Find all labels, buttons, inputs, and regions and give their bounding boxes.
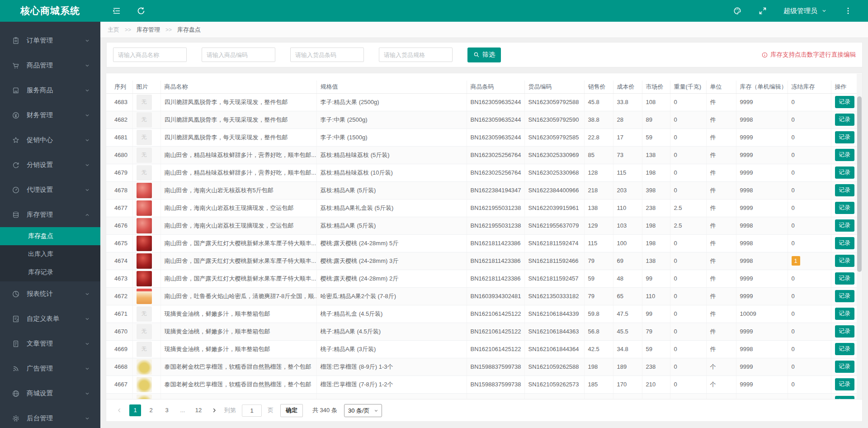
frozen-stock-value[interactable]: 0 (792, 275, 795, 282)
record-button[interactable]: 记录 (835, 184, 854, 196)
record-button[interactable]: 记录 (835, 272, 854, 285)
table-row: 4673南山田舍，国产露天红灯大樱桃新鲜水果车厘子特大顺丰...樱桃:露天樱桃 … (106, 270, 858, 287)
sidebar-item-ads[interactable]: 广告管理 (0, 356, 100, 381)
record-button[interactable]: 记录 (835, 149, 854, 161)
record-button[interactable]: 记录 (835, 166, 854, 179)
stock-cell: 10009 (736, 305, 788, 323)
barcode-cell: BN1623059635244 (467, 128, 524, 146)
record-button[interactable]: 记录 (835, 290, 854, 302)
refresh-icon[interactable] (137, 6, 146, 15)
confirm-page-button[interactable]: 确定 (280, 404, 303, 417)
product-name-input[interactable] (113, 48, 187, 62)
frozen-stock-value[interactable]: 0 (792, 152, 795, 158)
frozen-stock-value[interactable]: 0 (792, 293, 795, 300)
stock-editable-value[interactable]: 9999 (740, 328, 753, 335)
stock-editable-value[interactable]: 9998 (740, 116, 753, 123)
stock-editable-value[interactable]: 9999 (740, 363, 753, 370)
stock-editable-value[interactable]: 9999 (740, 293, 753, 300)
sidebar-item-orders[interactable]: 订单管理 (0, 28, 100, 53)
record-button[interactable]: 记录 (835, 343, 854, 355)
sidebar-item-promotion[interactable]: 促销中心 (0, 128, 100, 152)
record-button[interactable]: 记录 (835, 396, 854, 399)
record-button[interactable]: 记录 (835, 219, 854, 232)
record-button[interactable]: 记录 (835, 96, 854, 108)
stock-editable-value[interactable]: 9999 (740, 169, 753, 176)
record-button[interactable]: 记录 (835, 308, 854, 320)
item-barcode-input[interactable] (290, 48, 364, 62)
record-button[interactable]: 记录 (835, 114, 854, 126)
frozen-stock-value[interactable]: 0 (792, 328, 795, 335)
page-size-select[interactable]: 30 条/页 (344, 404, 382, 417)
user-menu[interactable]: 超级管理员 (783, 7, 827, 15)
stock-editable-value[interactable]: 9998 (740, 346, 753, 352)
page-button-1[interactable]: 1 (129, 404, 141, 416)
frozen-stock-value[interactable]: 0 (792, 99, 795, 105)
record-button[interactable]: 记录 (835, 325, 854, 338)
record-button[interactable]: 记录 (835, 131, 854, 143)
more-options-icon[interactable] (844, 6, 853, 15)
sidebar-item-reports[interactable]: 报表统计 (0, 281, 100, 306)
record-button[interactable]: 记录 (835, 255, 854, 267)
sidebar-subitem-in-out[interactable]: 出库入库 (0, 245, 100, 263)
theme-palette-icon[interactable] (733, 6, 742, 15)
fullscreen-icon[interactable] (758, 6, 767, 15)
sidebar-subitem-stock-check[interactable]: 库存盘点 (0, 227, 100, 245)
sidebar-item-mall-settings[interactable]: 商城设置 (0, 381, 100, 406)
frozen-stock-value[interactable]: 0 (792, 346, 795, 352)
scrollbar-thumb[interactable] (857, 96, 862, 272)
sale-cell: 59 (584, 270, 613, 287)
filter-button[interactable]: 筛选 (467, 48, 501, 62)
goto-page-input[interactable] (242, 404, 262, 417)
sidebar-item-goods[interactable]: 商品管理 (0, 53, 100, 78)
sidebar-item-custom-forms[interactable]: 自定义表单 (0, 306, 100, 331)
breadcrumb-section[interactable]: 库存管理 (137, 26, 160, 34)
frozen-stock-value[interactable]: 0 (792, 134, 795, 141)
stock-editable-value[interactable]: 9999 (740, 275, 753, 282)
page-button-2[interactable]: 2 (145, 404, 157, 416)
record-button[interactable]: 记录 (835, 361, 854, 373)
record-button[interactable]: 记录 (835, 202, 854, 214)
stock-editable-value[interactable]: 9999 (740, 204, 753, 211)
frozen-stock-value[interactable]: 0 (792, 187, 795, 194)
record-button[interactable]: 记录 (835, 237, 854, 249)
seq-cell: 4676 (106, 217, 132, 234)
stock-editable-value[interactable]: 9999 (740, 134, 753, 141)
next-page-button[interactable] (208, 404, 220, 416)
sidebar-item-inventory[interactable]: 库存管理 (0, 202, 100, 227)
frozen-stock-value[interactable]: 0 (792, 240, 795, 247)
stock-editable-value[interactable]: 9998 (740, 257, 753, 264)
sidebar-item-agent[interactable]: 代理设置 (0, 177, 100, 202)
stock-editable-value[interactable]: 9999 (740, 381, 753, 388)
frozen-stock-value[interactable]: 0 (792, 204, 795, 211)
unit-cell: 件 (706, 217, 736, 234)
frozen-stock-value[interactable]: 0 (792, 310, 795, 317)
stock-editable-value[interactable]: 10009 (740, 310, 756, 317)
sidebar-item-admin[interactable]: 后台管理 (0, 406, 100, 428)
frozen-stock-badge[interactable]: 1 (792, 256, 800, 266)
stock-editable-value[interactable]: 9998 (740, 222, 753, 229)
stock-editable-value[interactable]: 9999 (740, 99, 753, 105)
sidebar-item-distribution[interactable]: 分销设置 (0, 152, 100, 177)
table-scrollbar[interactable] (857, 74, 862, 399)
frozen-stock-value[interactable]: 0 (792, 363, 795, 370)
stock-editable-value[interactable]: 9998 (740, 240, 753, 247)
record-button[interactable]: 记录 (835, 378, 854, 390)
product-code-input[interactable] (202, 48, 275, 62)
sidebar-subitem-stock-records[interactable]: 库存记录 (0, 263, 100, 281)
page-button-12[interactable]: 12 (193, 404, 204, 416)
stock-editable-value[interactable]: 9998 (740, 187, 753, 194)
sidebar-item-service-goods[interactable]: 服务商品 (0, 78, 100, 103)
frozen-stock-value[interactable]: 0 (792, 116, 795, 123)
no-image-placeholder: 无 (137, 306, 152, 322)
frozen-stock-value[interactable]: 0 (792, 222, 795, 229)
frozen-stock-value[interactable]: 0 (792, 381, 795, 388)
breadcrumb-home[interactable]: 主页 (108, 26, 119, 34)
frozen-stock-value[interactable]: 0 (792, 169, 795, 176)
prev-page-button[interactable] (113, 404, 125, 416)
stock-editable-value[interactable]: 9999 (740, 152, 753, 158)
sidebar-item-finance[interactable]: 财务管理 (0, 103, 100, 128)
item-spec-input[interactable] (379, 48, 453, 62)
collapse-menu-icon[interactable] (112, 6, 121, 15)
page-button-3[interactable]: 3 (161, 404, 173, 416)
sidebar-item-articles[interactable]: 文章管理 (0, 331, 100, 356)
